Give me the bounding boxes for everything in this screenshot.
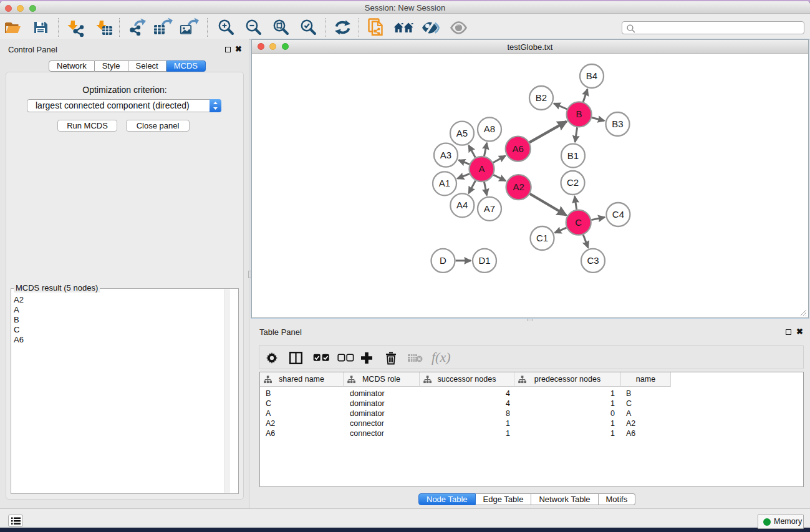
svg-text:A3: A3 [440,150,451,160]
svg-text:B1: B1 [567,150,579,161]
svg-text:D1: D1 [478,255,490,266]
svg-text:B3: B3 [612,118,623,129]
svg-text:B2: B2 [536,92,547,103]
svg-text:C3: C3 [587,255,599,266]
svg-text:A: A [478,163,485,174]
svg-text:C2: C2 [567,177,579,188]
svg-text:C1: C1 [536,233,548,243]
svg-text:A7: A7 [484,203,495,214]
svg-text:C: C [575,217,582,228]
svg-text:A5: A5 [456,128,468,138]
svg-text:A1: A1 [439,178,450,188]
svg-text:A4: A4 [456,200,468,210]
svg-text:C4: C4 [612,209,624,220]
svg-text:B: B [576,109,582,119]
svg-text:A8: A8 [484,123,495,134]
svg-text:A2: A2 [513,181,524,192]
svg-text:D: D [440,255,446,266]
svg-text:A6: A6 [513,143,524,154]
svg-text:B4: B4 [586,70,597,81]
